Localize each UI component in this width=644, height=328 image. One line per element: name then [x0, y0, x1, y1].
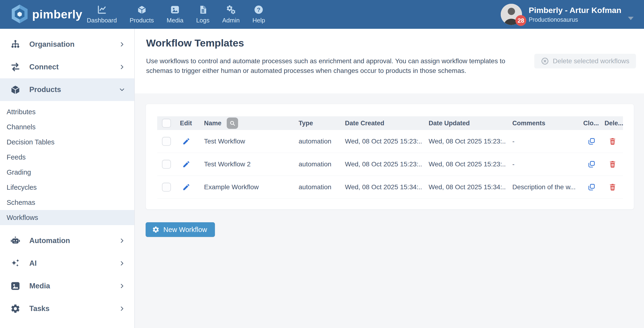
- gear-icon: [152, 226, 160, 233]
- workflow-name: Example Workflow: [197, 183, 292, 191]
- nav-help[interactable]: ? Help: [246, 0, 272, 29]
- edit-pencil-icon[interactable]: [182, 160, 190, 168]
- sidebar: Organisation Connect Products At: [0, 29, 135, 328]
- sidebar-item-organisation[interactable]: Organisation: [0, 33, 134, 56]
- sidebar-item-label: Tasks: [29, 304, 50, 313]
- name-search-button[interactable]: [227, 118, 238, 129]
- name-header-label: Name: [204, 120, 222, 127]
- nav-label: Media: [167, 17, 184, 24]
- products-submenu: Attributes Channels Decision Tables Feed…: [0, 104, 134, 225]
- logs-document-icon: [198, 5, 208, 15]
- new-workflow-button[interactable]: New Workflow: [146, 222, 215, 237]
- top-navigation: Dashboard Products Media: [80, 0, 272, 29]
- edit-pencil-icon[interactable]: [182, 137, 190, 145]
- sidebar-item-attributes[interactable]: Attributes: [0, 104, 134, 119]
- sidebar-item-connect[interactable]: Connect: [0, 56, 134, 78]
- chevron-right-icon: [119, 260, 125, 267]
- column-header-type: Type: [292, 120, 338, 127]
- nav-label: Help: [252, 17, 265, 24]
- sidebar-item-feeds[interactable]: Feeds: [0, 150, 134, 165]
- delete-selected-workflows-button[interactable]: Delete selected workflows: [534, 54, 636, 68]
- sidebar-item-schemas[interactable]: Schemas: [0, 195, 134, 210]
- delete-trash-icon[interactable]: [608, 137, 616, 145]
- row-checkbox[interactable]: [162, 137, 171, 146]
- sidebar-item-label: Media: [29, 282, 50, 290]
- sidebar-item-workflows[interactable]: Workflows: [0, 210, 134, 225]
- user-organisation: Productionosaurus: [529, 16, 621, 23]
- sidebar-item-products[interactable]: Products: [0, 78, 134, 101]
- table-row: Test Workflow 2 automation Wed, 08 Oct 2…: [157, 153, 623, 176]
- workflow-comments: -: [505, 161, 581, 168]
- date-updated: Wed, 08 Oct 2025 15:23:...: [422, 138, 505, 145]
- notification-badge: 28: [516, 15, 526, 26]
- chevron-right-icon: [119, 305, 125, 312]
- nav-admin[interactable]: Admin: [216, 0, 246, 29]
- svg-text:?: ?: [257, 6, 260, 13]
- sidebar-item-automation[interactable]: Automation: [0, 229, 134, 252]
- date-created: Wed, 08 Oct 2025 15:34:...: [338, 183, 422, 191]
- logo-wordmark: pimberly: [32, 7, 82, 21]
- chevron-right-icon: [119, 283, 125, 289]
- help-circle-icon: ?: [254, 5, 264, 15]
- chevron-right-icon: [119, 237, 125, 244]
- delete-trash-icon[interactable]: [608, 160, 616, 168]
- clone-icon[interactable]: [588, 160, 596, 168]
- ai-sparkles-icon: [10, 258, 21, 269]
- sidebar-item-grading[interactable]: Grading: [0, 165, 134, 180]
- tasks-gear-icon: [10, 304, 21, 314]
- column-header-clone: Clo...: [581, 120, 602, 127]
- date-updated: Wed, 08 Oct 2025 15:34:...: [422, 183, 505, 191]
- sidebar-item-label: Organisation: [29, 40, 74, 49]
- nav-label: Logs: [196, 17, 210, 24]
- sidebar-item-channels[interactable]: Channels: [0, 119, 134, 135]
- sidebar-item-media[interactable]: Media: [0, 275, 134, 297]
- new-workflow-label: New Workflow: [163, 226, 207, 234]
- page-title: Workflow Templates: [146, 37, 244, 49]
- sidebar-item-ai[interactable]: AI: [0, 252, 134, 275]
- user-name: Pimberly - Artur Kofman: [529, 6, 621, 15]
- nav-label: Admin: [222, 17, 240, 24]
- sidebar-item-lifecycles[interactable]: Lifecycles: [0, 180, 134, 195]
- workflow-table-card: Edit Name Type Date Created Date Updated…: [146, 104, 634, 209]
- date-updated: Wed, 08 Oct 2025 15:23:...: [422, 161, 505, 168]
- sidebar-item-tasks[interactable]: Tasks: [0, 297, 134, 320]
- date-created: Wed, 08 Oct 2025 15:23:...: [338, 161, 422, 168]
- table-row: Example Workflow automation Wed, 08 Oct …: [157, 176, 623, 199]
- workflow-comments: -: [505, 138, 581, 145]
- column-header-date-updated: Date Updated: [422, 120, 505, 127]
- column-header-comments: Comments: [505, 120, 581, 127]
- automation-robot-icon: [10, 235, 21, 246]
- column-header-name: Name: [197, 118, 292, 129]
- app-logo[interactable]: pimberly: [0, 4, 71, 24]
- nav-logs[interactable]: Logs: [190, 0, 216, 29]
- table-row: Test Workflow automation Wed, 08 Oct 202…: [157, 130, 623, 153]
- row-checkbox[interactable]: [162, 183, 171, 192]
- pimberly-logo-icon: [11, 4, 28, 24]
- clone-icon[interactable]: [588, 137, 596, 145]
- row-checkbox[interactable]: [162, 160, 171, 169]
- chevron-right-icon: [119, 41, 125, 48]
- sidebar-item-decision-tables[interactable]: Decision Tables: [0, 135, 134, 150]
- edit-pencil-icon[interactable]: [182, 183, 190, 191]
- workflow-type: automation: [292, 138, 338, 145]
- delete-trash-icon[interactable]: [608, 183, 616, 191]
- chevron-down-icon: [628, 17, 634, 20]
- nav-dashboard[interactable]: Dashboard: [80, 0, 123, 29]
- nav-media[interactable]: Media: [160, 0, 190, 29]
- chevron-down-icon: [119, 86, 125, 93]
- sidebar-item-label: Products: [29, 85, 61, 94]
- chevron-right-icon: [119, 64, 125, 70]
- select-all-checkbox[interactable]: [162, 119, 171, 128]
- sidebar-item-label: Connect: [29, 63, 59, 71]
- nav-products[interactable]: Products: [123, 0, 160, 29]
- circle-x-icon: [541, 57, 549, 65]
- page-header: Workflow Templates Use workflows to cont…: [135, 29, 644, 93]
- nav-label: Products: [130, 17, 154, 24]
- admin-gears-icon: [226, 5, 236, 15]
- clone-icon[interactable]: [588, 183, 596, 191]
- media-image-icon: [170, 5, 180, 15]
- org-hierarchy-icon: [10, 39, 21, 50]
- connect-arrows-icon: [10, 62, 21, 72]
- user-menu[interactable]: 28 Pimberly - Artur Kofman Productionosa…: [501, 4, 644, 25]
- workflow-name: Test Workflow: [197, 138, 292, 145]
